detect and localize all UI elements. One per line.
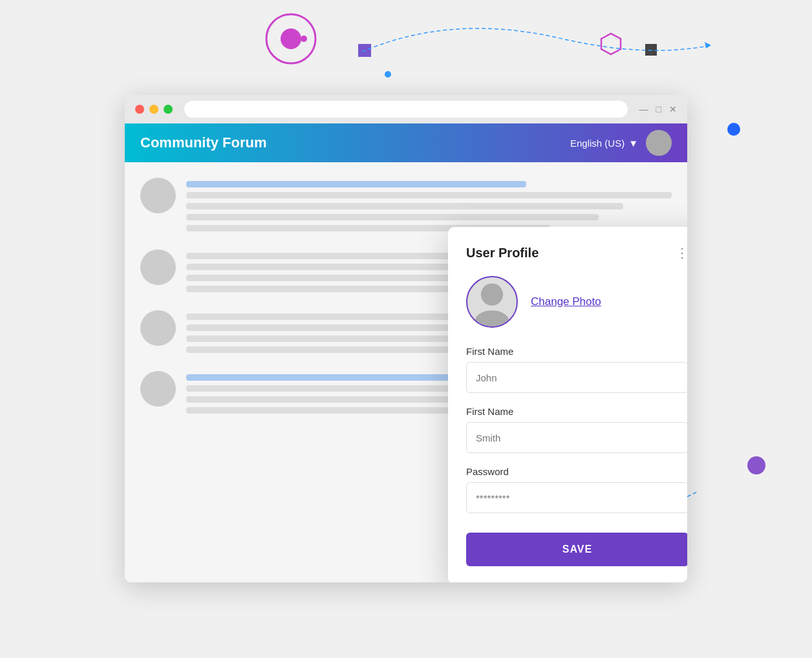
modal-title: User Profile: [466, 246, 539, 260]
photo-section: Change Photo: [466, 276, 687, 328]
modal-header: User Profile ⋮: [466, 245, 687, 260]
browser-titlebar: — □ ✕: [125, 95, 687, 123]
list-item-lines: [186, 178, 672, 231]
svg-point-13: [475, 310, 509, 328]
list-item-avatar: [140, 178, 176, 213]
browser-minimize-icon[interactable]: —: [639, 104, 648, 114]
lang-dropdown-icon: ▼: [628, 138, 638, 149]
svg-point-11: [650, 147, 668, 156]
content-line: [186, 214, 599, 220]
modal-menu-icon[interactable]: ⋮: [676, 245, 687, 260]
browser-controls: — □ ✕: [639, 104, 677, 114]
svg-point-1: [281, 28, 301, 49]
first-name-label: First Name: [466, 346, 687, 357]
browser-address-bar[interactable]: [184, 101, 628, 118]
header-user-avatar[interactable]: [646, 130, 672, 156]
save-button[interactable]: SAVE: [466, 533, 687, 566]
svg-marker-4: [601, 34, 621, 54]
last-name-group: First Name: [466, 406, 687, 453]
svg-point-12: [481, 284, 503, 306]
content-line: [186, 192, 672, 198]
profile-modal: User Profile ⋮ Change Photo First Name: [448, 227, 687, 582]
svg-point-7: [385, 71, 391, 78]
content-line-title: [186, 181, 526, 187]
profile-avatar: [466, 276, 518, 328]
browser-restore-icon[interactable]: □: [656, 104, 661, 114]
browser-maximize-dot[interactable]: [164, 105, 173, 114]
app-content: User Profile ⋮ Change Photo First Name: [125, 162, 687, 582]
last-name-label: First Name: [466, 406, 687, 417]
last-name-input[interactable]: [466, 422, 687, 453]
content-line: [186, 346, 478, 353]
svg-marker-5: [705, 42, 711, 48]
svg-point-10: [653, 134, 665, 145]
browser-close-dot[interactable]: [135, 105, 144, 114]
user-avatar-icon: [646, 130, 672, 156]
password-input[interactable]: [466, 482, 687, 513]
list-item-avatar: [140, 371, 176, 407]
browser-close-icon[interactable]: ✕: [669, 104, 677, 114]
list-item-avatar: [140, 249, 176, 285]
browser-minimize-dot[interactable]: [149, 105, 158, 114]
password-label: Password: [466, 466, 687, 477]
svg-point-8: [727, 123, 740, 136]
language-selector[interactable]: English (US) ▼: [570, 138, 638, 149]
header-right: English (US) ▼: [570, 130, 672, 156]
svg-point-9: [747, 456, 765, 474]
list-item-avatar: [140, 310, 176, 346]
svg-point-6: [301, 36, 307, 42]
app-title: Community Forum: [140, 134, 267, 151]
list-item: [140, 178, 672, 231]
svg-point-0: [266, 14, 315, 63]
first-name-group: First Name: [466, 346, 687, 393]
password-group: Password: [466, 466, 687, 513]
first-name-input[interactable]: [466, 362, 687, 393]
app-header: Community Forum English (US) ▼: [125, 123, 687, 162]
change-photo-link[interactable]: Change Photo: [531, 295, 601, 308]
language-label: English (US): [570, 138, 625, 149]
profile-avatar-icon: [467, 276, 517, 328]
content-line: [186, 203, 623, 209]
svg-rect-2: [358, 44, 371, 57]
browser-window: — □ ✕ Community Forum English (US) ▼: [125, 95, 687, 582]
svg-rect-3: [645, 44, 657, 56]
